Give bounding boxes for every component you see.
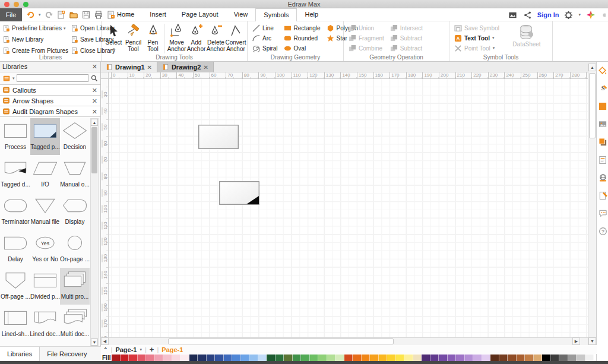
close-sidebar-icon[interactable]: ✕	[92, 63, 97, 71]
color-swatch[interactable]	[387, 354, 396, 361]
file-menu-button[interactable]: File	[0, 8, 22, 21]
theme-pane-icon[interactable]: S	[598, 84, 607, 93]
color-swatch[interactable]	[189, 354, 198, 361]
color-swatch[interactable]	[112, 354, 121, 361]
attachment-pane-icon[interactable]	[598, 191, 607, 200]
delete-anchor-button[interactable]: DeleteAnchor	[206, 23, 226, 53]
color-swatch[interactable]	[267, 354, 276, 361]
move-anchor-button[interactable]: MoveAnchor	[167, 23, 186, 53]
color-swatch[interactable]	[172, 354, 181, 361]
color-swatch[interactable]	[129, 354, 138, 361]
shadow-pane-icon[interactable]	[598, 138, 607, 147]
scroll-left-icon[interactable]: ◀	[101, 337, 109, 345]
color-swatch[interactable]	[293, 354, 302, 361]
color-swatch[interactable]	[362, 354, 370, 361]
shape-multi-doc[interactable]: Multi doc...	[60, 305, 90, 342]
shape-delay[interactable]: Delay	[1, 230, 30, 267]
shape-tagged-d[interactable]: Tagged d...	[1, 156, 30, 192]
shape-terminator[interactable]: Terminator	[1, 193, 30, 230]
color-swatch[interactable]	[439, 354, 448, 361]
settings-gear-icon[interactable]	[564, 11, 573, 20]
new-doc-icon[interactable]	[56, 10, 66, 20]
shape-off-page[interactable]: Off-page ...	[1, 268, 30, 305]
color-swatch[interactable]	[180, 354, 189, 361]
color-swatch[interactable]	[284, 354, 293, 361]
color-swatch[interactable]	[517, 354, 525, 361]
shape-i-o[interactable]: I/O	[30, 156, 60, 192]
page-tab-caret-icon[interactable]: ▾	[140, 347, 142, 352]
color-swatch[interactable]	[344, 354, 353, 361]
color-swatch[interactable]	[258, 354, 267, 361]
shape-display[interactable]: Display	[60, 193, 90, 230]
shape-yes-or-no[interactable]: YesYes or No	[30, 230, 60, 267]
library-row-audit-diagram-shapes[interactable]: Audit Diagram Shapes✕	[0, 106, 100, 117]
color-swatch[interactable]	[542, 354, 551, 361]
shape-manual-o[interactable]: Manual o...	[60, 156, 90, 192]
fill-pane-icon[interactable]	[598, 67, 607, 75]
oval-button[interactable]: Oval	[284, 44, 321, 52]
color-swatch[interactable]	[568, 354, 577, 361]
color-swatch[interactable]	[198, 354, 207, 361]
color-swatch[interactable]	[301, 354, 310, 361]
color-swatch[interactable]	[490, 354, 499, 361]
close-library-icon[interactable]: ✕	[92, 108, 97, 116]
scroll-down-icon[interactable]: ▼	[588, 337, 596, 345]
gallery-scroll-up-icon[interactable]: ▲	[91, 119, 98, 126]
arc-button[interactable]: Arc	[252, 34, 278, 42]
search-icon[interactable]	[90, 74, 98, 82]
color-swatch[interactable]	[559, 354, 568, 361]
gallery-scrollbar[interactable]: ▲ ▼	[90, 118, 99, 346]
library-row-callouts[interactable]: Callouts✕	[0, 84, 100, 96]
shape-tagged-p[interactable]: Tagged p...	[30, 118, 60, 155]
line-button[interactable]: Line	[252, 24, 278, 32]
color-swatch[interactable]	[163, 354, 172, 361]
library-search-input[interactable]	[17, 74, 88, 82]
select-button[interactable]: Select▾	[104, 23, 124, 53]
rectangle-button[interactable]: Rectangle	[284, 24, 321, 32]
shape-lined-doc[interactable]: Lined doc...	[30, 305, 60, 342]
library-menu-caret-icon[interactable]: ▾	[12, 76, 15, 81]
page-tab[interactable]: Page-1	[115, 346, 137, 353]
document-tab-drawing1[interactable]: Drawing1✕	[101, 62, 157, 72]
shape-manual-file[interactable]: Manual file	[30, 193, 60, 230]
color-swatch[interactable]	[473, 354, 482, 361]
add-anchor-button[interactable]: AddAnchor	[186, 23, 206, 53]
color-swatch[interactable]	[413, 354, 422, 361]
color-swatch[interactable]	[353, 354, 362, 361]
color-swatch[interactable]	[448, 354, 457, 361]
help-pane-icon[interactable]: ?	[598, 227, 607, 236]
tab-symbols[interactable]: Symbols	[255, 8, 297, 21]
convert-anchor-button[interactable]: ConvertAnchor	[226, 23, 246, 53]
style-pane-icon[interactable]	[598, 102, 607, 111]
rounded-button[interactable]: Rounded	[284, 34, 321, 42]
shape-multi-pro[interactable]: Multi pro...	[60, 268, 90, 305]
color-swatch[interactable]	[430, 354, 439, 361]
collapse-pagebar-icon[interactable]: ⌃	[103, 347, 108, 353]
color-swatch[interactable]	[508, 354, 517, 361]
color-swatch[interactable]	[310, 354, 319, 361]
library-row-arrow-shapes[interactable]: Arrow Shapes✕	[0, 95, 100, 106]
close-tab-icon[interactable]: ✕	[203, 64, 208, 71]
color-swatch[interactable]	[207, 354, 216, 361]
spiral-button[interactable]: Spiral	[252, 44, 278, 52]
color-swatch[interactable]	[146, 354, 155, 361]
new-library-button[interactable]: New Library	[2, 34, 68, 45]
close-library-icon[interactable]: ✕	[92, 87, 97, 94]
color-swatch[interactable]	[585, 354, 594, 361]
process-rect[interactable]	[198, 125, 239, 149]
color-swatch[interactable]	[327, 354, 336, 361]
color-swatch[interactable]	[577, 354, 585, 361]
color-swatch[interactable]	[276, 354, 284, 361]
picture-pane-icon[interactable]	[598, 120, 607, 129]
scroll-right-icon[interactable]: ▶	[572, 337, 580, 345]
sidebar-tab-file-recovery[interactable]: File Recovery	[40, 347, 94, 361]
color-swatch[interactable]	[318, 354, 327, 361]
color-swatch[interactable]	[138, 354, 147, 361]
tab-help[interactable]: Help	[297, 8, 326, 21]
datasheet-button[interactable]: DataSheet	[509, 23, 544, 48]
tab-view[interactable]: View	[226, 8, 256, 21]
color-swatch[interactable]	[379, 354, 388, 361]
tab-home[interactable]: Home	[109, 8, 142, 21]
color-swatch[interactable]	[155, 354, 164, 361]
close-library-icon[interactable]: ✕	[92, 97, 97, 105]
